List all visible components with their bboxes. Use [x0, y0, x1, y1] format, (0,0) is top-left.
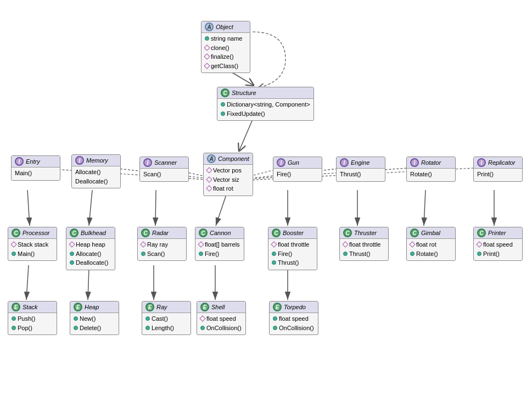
box-engine: IEngineThrust(): [336, 157, 385, 182]
dot-diamond: [204, 54, 210, 60]
box-label-rotator: Rotator: [421, 159, 441, 166]
row-text: Fire(): [277, 170, 291, 179]
box-body-structure: Dictionary<string, Component>FixedUpdate…: [217, 99, 313, 120]
box-body-torpedo: float speedOnCollision(): [270, 313, 318, 334]
row-text: Stack stack: [18, 240, 48, 249]
box-structure: CStructureDictionary<string, Component>F…: [217, 87, 314, 121]
box-header-entry: IEntry: [12, 156, 60, 168]
row-text: float[] barrels: [205, 240, 240, 249]
box-ray: ERayCast()Length(): [142, 301, 191, 335]
box-row-bulkhead-1: Allocate(): [70, 249, 111, 259]
box-body-component: Vector posVector sizfloat rot: [204, 165, 253, 196]
dot-green: [74, 316, 78, 321]
row-text: Deallocate(): [76, 258, 108, 267]
dot-green: [273, 316, 277, 321]
dot-green: [199, 252, 203, 256]
box-row-engine-0: Thrust(): [340, 170, 382, 179]
box-header-bulkhead: CBulkhead: [66, 227, 115, 239]
box-header-component: AComponent: [204, 153, 253, 165]
box-header-engine: IEngine: [337, 157, 385, 169]
box-body-replicator: Print(): [474, 169, 522, 181]
box-label-engine: Engine: [351, 159, 369, 166]
box-body-memory: Allocate()Deallocate(): [72, 166, 120, 188]
row-text: float speed: [483, 240, 513, 249]
badge-cannon: C: [199, 228, 208, 237]
box-row-bulkhead-2: Deallocate(): [70, 258, 111, 267]
box-row-structure-1: FixedUpdate(): [221, 109, 310, 119]
box-label-gun: Gun: [288, 159, 299, 166]
badge-entry: I: [15, 157, 24, 166]
row-text: New(): [80, 314, 96, 324]
box-label-thruster: Thruster: [354, 230, 377, 236]
dot-diamond: [204, 63, 210, 69]
dot-diamond: [476, 242, 482, 248]
dot-green: [70, 260, 74, 265]
dot-diamond: [204, 44, 210, 51]
box-stack: EStackPush()Pop(): [8, 301, 57, 335]
box-radar: CRadarRay rayScan(): [137, 227, 187, 261]
row-text: Thrust(): [349, 249, 371, 259]
box-gimbal: CGimbalfloat rotRotate(): [406, 227, 456, 261]
box-label-heap: Heap: [85, 304, 99, 310]
box-row-heap-1: Delete(): [74, 324, 115, 333]
box-body-object: string nameclone()finalize()getClass(): [201, 33, 250, 73]
badge-structure: C: [221, 88, 229, 97]
box-label-booster: Booster: [283, 230, 304, 236]
row-text: Main(): [15, 169, 32, 178]
box-header-processor: CProcessor: [8, 227, 57, 239]
badge-replicator: I: [477, 158, 486, 167]
box-component: AComponentVector posVector sizfloat rot: [203, 153, 253, 196]
box-row-gun-0: Fire(): [277, 170, 318, 179]
box-header-radar: CRadar: [138, 227, 186, 239]
box-memory: IMemoryAllocate()Deallocate(): [71, 154, 121, 188]
badge-memory: I: [75, 156, 84, 165]
box-row-ray-1: Length(): [145, 324, 187, 333]
badge-object: A: [205, 23, 214, 31]
dot-green: [272, 260, 276, 265]
row-text: FixedUpdate(): [227, 109, 265, 119]
row-text: Main(): [18, 249, 35, 259]
row-text: Print(): [483, 249, 500, 259]
box-row-object-0: string name: [205, 34, 247, 43]
row-text: Rotate(): [416, 249, 438, 259]
box-label-torpedo: Torpedo: [284, 304, 306, 310]
dot-diamond: [342, 242, 348, 248]
box-row-thruster-1: Thrust(): [343, 249, 385, 259]
badge-ray: E: [145, 303, 154, 311]
svg-line-17: [424, 190, 425, 226]
row-text: Heap heap: [76, 240, 105, 249]
box-header-ray: ERay: [142, 302, 191, 313]
dot-green: [343, 252, 348, 256]
box-row-radar-1: Scan(): [141, 249, 183, 259]
box-body-rotator: Rotate(): [407, 169, 455, 181]
box-header-cannon: CCannon: [195, 227, 244, 239]
box-body-shell: float speedOnCollision(): [197, 313, 245, 334]
box-row-bulkhead-0: Heap heap: [70, 240, 111, 249]
box-row-memory-1: Deallocate(): [75, 177, 117, 186]
row-text: float throttle: [278, 240, 309, 249]
row-text: float rot: [416, 240, 436, 249]
box-row-rotator-0: Rotate(): [410, 170, 452, 179]
dot-diamond: [198, 242, 204, 248]
dot-diamond: [69, 242, 75, 248]
row-text: Print(): [477, 170, 494, 179]
box-processor: CProcessorStack stackMain(): [8, 227, 57, 261]
box-label-component: Component: [218, 155, 249, 162]
box-label-memory: Memory: [86, 157, 108, 164]
box-torpedo: ETorpedofloat speedOnCollision(): [269, 301, 318, 335]
row-text: Thrust(): [340, 170, 361, 179]
box-replicator: IReplicatorPrint(): [473, 157, 523, 182]
svg-line-19: [26, 265, 29, 300]
box-scanner: IScannerScan(): [139, 157, 189, 182]
box-row-component-2: float rot: [207, 184, 249, 193]
box-bulkhead: CBulkheadHeap heapAllocate()Deallocate(): [66, 227, 115, 270]
box-object: AObjectstring nameclone()finalize()getCl…: [201, 21, 250, 73]
box-body-scanner: Scan(): [140, 169, 188, 181]
row-text: Dictionary<string, Component>: [227, 100, 310, 109]
row-text: Vector pos: [213, 166, 242, 175]
box-body-gun: Fire(): [273, 169, 322, 181]
box-body-processor: Stack stackMain(): [8, 239, 57, 260]
svg-line-12: [89, 190, 92, 226]
row-text: Delete(): [80, 324, 101, 333]
box-header-memory: IMemory: [72, 155, 120, 166]
